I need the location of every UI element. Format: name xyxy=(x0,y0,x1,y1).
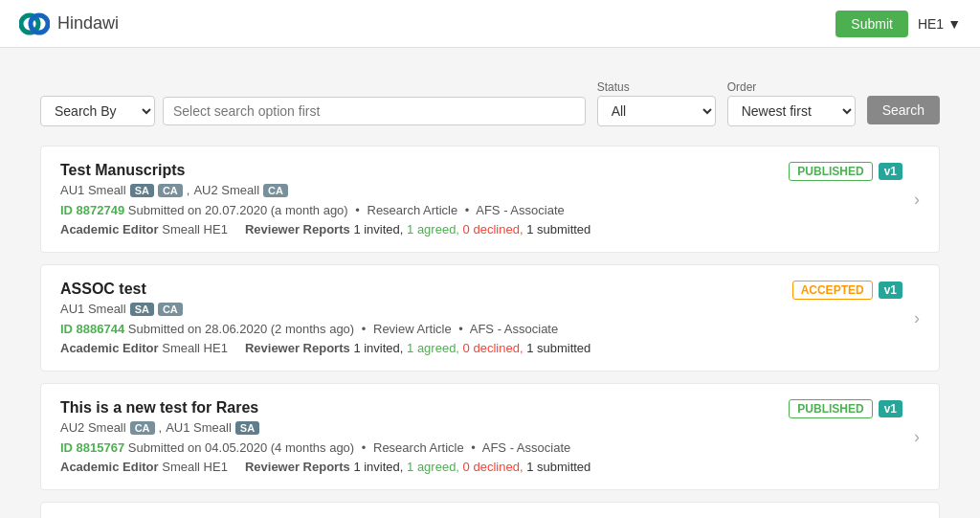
article-type: Research Article xyxy=(373,440,464,455)
badge-group: ACCEPTED v1 xyxy=(792,281,902,300)
article-card[interactable]: rwar PUBLISHED v1 AU1 Smeall SA CA ID 88… xyxy=(40,502,940,518)
user-label: HE1 xyxy=(918,16,944,32)
app-title: Hindawi xyxy=(57,13,119,34)
article-title: This is a new test for Rares xyxy=(60,399,258,417)
reviewer-declined: 0 declined, xyxy=(463,222,523,236)
academic-editor-value: Smeall HE1 xyxy=(162,222,228,236)
reviewer-submitted: 1 submitted xyxy=(526,460,590,474)
author-badge: CA xyxy=(158,184,183,197)
main-content: Search By Status All Published Accepted … xyxy=(21,48,959,518)
chevron-down-icon: ▼ xyxy=(947,16,961,32)
separator: • xyxy=(355,203,360,217)
chevron-right-icon: › xyxy=(914,308,920,328)
reviewer-reports-label: Reviewer Reports xyxy=(245,460,350,474)
reviewer-agreed: 1 agreed, xyxy=(407,460,459,474)
article-card[interactable]: ASSOC test ACCEPTED v1 AU1 Smeall SA CA … xyxy=(40,264,940,372)
reviewer-line: Academic Editor Smeall HE1 Reviewer Repo… xyxy=(60,222,902,236)
author2-name: AU2 Smeall xyxy=(193,183,259,197)
reviewer-declined: 0 declined, xyxy=(463,341,523,355)
reviewer-reports-label: Reviewer Reports xyxy=(245,222,350,236)
reviewer-agreed: 1 agreed, xyxy=(407,222,459,236)
reviewer-submitted: 1 submitted xyxy=(526,341,590,355)
filter-row: Search By Status All Published Accepted … xyxy=(40,67,940,136)
author-badge: CA xyxy=(263,184,288,197)
order-select[interactable]: Newest first Oldest first xyxy=(727,96,856,126)
search-button[interactable]: Search xyxy=(867,96,940,124)
status-label: Status xyxy=(597,80,716,94)
status-badge: PUBLISHED xyxy=(789,162,872,181)
search-wrap: Search By xyxy=(40,96,586,126)
header: Hindawi Submit HE1 ▼ xyxy=(0,0,980,48)
article-card[interactable]: Test Manuscripts PUBLISHED v1 AU1 Smeall… xyxy=(40,146,940,253)
article-id: ID 8872749 xyxy=(60,203,124,217)
article-id: ID 8815767 xyxy=(60,440,124,455)
author-badge: SA xyxy=(130,184,154,197)
status-badge: PUBLISHED xyxy=(789,399,872,418)
separator2: • xyxy=(471,440,476,455)
reviewer-invited: 1 invited, xyxy=(353,341,403,355)
journal-name: AFS - Associate xyxy=(482,440,570,455)
order-filter-group: Order Newest first Oldest first xyxy=(727,80,856,126)
hindawi-logo-icon xyxy=(19,9,50,39)
article-card[interactable]: This is a new test for Rares PUBLISHED v… xyxy=(40,383,940,490)
separator: • xyxy=(362,322,367,336)
author1-name: AU1 Smeall xyxy=(60,302,126,316)
reviewer-declined: 0 declined, xyxy=(463,460,523,474)
status-badge: ACCEPTED xyxy=(792,281,873,300)
journal-name: AFS - Associate xyxy=(476,203,564,217)
card-header: ASSOC test ACCEPTED v1 xyxy=(60,281,902,302)
article-meta: ID 8872749 Submitted on 20.07.2020 (a mo… xyxy=(60,203,902,217)
article-meta: ID 8815767 Submitted on 04.05.2020 (4 mo… xyxy=(60,440,902,455)
academic-editor-value: Smeall HE1 xyxy=(162,460,228,474)
submitted-text: Submitted on 28.06.2020 (2 months ago) xyxy=(128,322,354,336)
articles-list: Test Manuscripts PUBLISHED v1 AU1 Smeall… xyxy=(40,146,940,518)
separator: • xyxy=(362,440,367,455)
author-badge: CA xyxy=(130,421,155,435)
author-badge: CA xyxy=(158,303,183,316)
card-content: ASSOC test ACCEPTED v1 AU1 Smeall SA CA … xyxy=(60,281,902,355)
article-type: Research Article xyxy=(368,203,458,217)
author1-name: AU2 Smeall xyxy=(60,420,126,435)
card-header: This is a new test for Rares PUBLISHED v… xyxy=(60,399,902,420)
reviewer-submitted: 1 submitted xyxy=(526,222,590,236)
article-type: Review Article xyxy=(373,322,452,336)
academic-editor-label: Academic Editor xyxy=(60,222,159,236)
logo-area: Hindawi xyxy=(19,9,119,39)
chevron-right-icon: › xyxy=(914,427,920,447)
status-select[interactable]: All Published Accepted Submitted xyxy=(597,96,716,126)
author-line: AU1 Smeall SA CA , AU2 Smeall CA xyxy=(60,183,902,197)
author-badge: SA xyxy=(235,421,259,435)
separator2: • xyxy=(458,322,463,336)
card-content: Test Manuscripts PUBLISHED v1 AU1 Smeall… xyxy=(60,162,902,236)
journal-name: AFS - Associate xyxy=(470,322,558,336)
separator2: • xyxy=(465,203,470,217)
author1-name: AU1 Smeall xyxy=(60,183,126,197)
article-title: Test Manuscripts xyxy=(60,162,185,179)
submit-button[interactable]: Submit xyxy=(835,11,908,37)
author-line: AU2 Smeall CA , AU1 Smeall SA xyxy=(60,420,902,435)
author2-name: AU1 Smeall xyxy=(166,420,232,435)
submitted-text: Submitted on 04.05.2020 (4 months ago) xyxy=(128,440,354,455)
reviewer-line: Academic Editor Smeall HE1 Reviewer Repo… xyxy=(60,341,902,355)
author-badge: SA xyxy=(130,303,154,316)
reviewer-reports-label: Reviewer Reports xyxy=(245,341,350,355)
academic-editor-label: Academic Editor xyxy=(60,341,159,355)
badge-group: PUBLISHED v1 xyxy=(789,162,902,181)
version-badge: v1 xyxy=(879,400,902,417)
article-meta: ID 8886744 Submitted on 28.06.2020 (2 mo… xyxy=(60,322,902,336)
chevron-right-icon: › xyxy=(914,190,920,210)
user-menu[interactable]: HE1 ▼ xyxy=(918,16,961,32)
search-by-select[interactable]: Search By xyxy=(40,96,155,126)
reviewer-invited: 1 invited, xyxy=(353,460,403,474)
card-content: This is a new test for Rares PUBLISHED v… xyxy=(60,399,902,474)
card-header: Test Manuscripts PUBLISHED v1 xyxy=(60,162,902,183)
reviewer-line: Academic Editor Smeall HE1 Reviewer Repo… xyxy=(60,460,902,474)
order-label: Order xyxy=(727,80,856,94)
author-line: AU1 Smeall SA CA xyxy=(60,302,902,316)
reviewer-invited: 1 invited, xyxy=(353,222,403,236)
article-id: ID 8886744 xyxy=(60,322,124,336)
status-filter-group: Status All Published Accepted Submitted xyxy=(597,80,716,126)
badge-group: PUBLISHED v1 xyxy=(789,399,902,418)
search-input[interactable] xyxy=(163,97,586,125)
article-title: ASSOC test xyxy=(60,281,146,298)
